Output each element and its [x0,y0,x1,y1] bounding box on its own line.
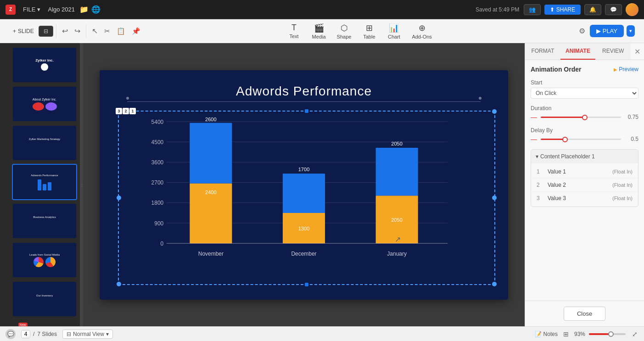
library-gallery-tabs: Library New Gallery [3,320,77,326]
placeholder-header[interactable]: ▾ Content Placeholder 1 [531,150,638,163]
animation-badges: 3 2 1 [116,108,136,114]
library-tab[interactable]: Library New [3,324,26,326]
slide-thumb-6[interactable]: Leads from Social Media [12,242,77,278]
handle-top-right[interactable] [492,109,497,114]
media-tool-button[interactable]: 🎬 Media [308,21,330,41]
handle-top-center[interactable] [305,109,308,113]
panel-tabs: FORMAT ANIMATE REVIEW [525,43,631,60]
duration-slider[interactable] [541,117,621,118]
paste-tool[interactable]: 📌 [129,25,143,37]
panel-footer: Close [525,301,644,326]
dec-top-bar [283,173,325,213]
slide-item-3: 3 Zylker Marketing Strategy [3,125,77,161]
close-button[interactable]: Close [564,307,605,321]
duration-minus[interactable]: — [531,113,537,121]
text-tool-button[interactable]: T Text [283,21,306,41]
redo-button[interactable]: ↪ [72,25,83,37]
svg-text:1800: 1800 [151,200,164,206]
svg-text:1700: 1700 [298,166,310,172]
svg-text:November: November [198,250,224,257]
view-chevron-icon: ▾ [106,331,109,337]
slide-thumb-7[interactable]: Our Inventory [12,281,77,317]
placeholder-item-1: 1 Value 1 (Float In) [531,165,638,179]
slide-thumb-1[interactable]: Zylker Inc. [12,47,77,83]
title-decoration-line [127,101,481,102]
format-tab[interactable]: FORMAT [525,43,560,60]
start-select[interactable]: On Click [531,88,638,99]
addons-tool-button[interactable]: ⊕ Add-Ons [407,21,436,41]
chart-tool-button[interactable]: 📊 Chart [382,21,405,41]
handle-mid-right[interactable] [492,196,497,200]
comments-button[interactable]: 💬 [605,4,622,15]
notifications-button[interactable]: 🔔 [584,4,601,15]
item-2-num: 2 [537,182,544,188]
view-toggle-button[interactable]: ⊟ [39,26,53,37]
table-icon: ⊞ [366,23,373,33]
handle-bottom-left[interactable] [117,282,121,286]
handle-bottom-center[interactable] [305,283,308,286]
preview-link[interactable]: ▶ Preview [614,66,638,73]
delay-slider[interactable] [541,139,621,140]
current-slide-input[interactable] [21,330,30,338]
slide-thumb-5[interactable]: Business Analytics [12,203,77,239]
handle-bottom-right[interactable] [492,282,497,286]
svg-text:0: 0 [161,240,164,246]
shape-tool-button[interactable]: ⬡ Shape [332,21,356,41]
slide-item-5: 5 Business Analytics [3,203,77,239]
file-menu[interactable]: FILE ▾ [20,5,43,14]
svg-text:2050: 2050 [391,141,403,146]
review-tab[interactable]: REVIEW [595,43,631,60]
title-actions: 📁 🌐 [79,5,101,14]
svg-text:3600: 3600 [151,159,164,166]
chart-icon: 📊 [389,23,399,33]
item-3-name: Value 3 [548,195,609,201]
play-button[interactable]: ▶ PLAY [590,25,624,37]
table-icon-bottom[interactable]: ⊞ [563,330,569,338]
svg-text:2600: 2600 [205,117,217,122]
settings-icon[interactable]: ⚙ [576,25,588,37]
share-button[interactable]: ⬆ SHARE [544,5,581,15]
placeholder-item-2: 2 Value 2 (Float In) [531,179,638,192]
toolbar-separator-2 [86,24,86,38]
slide-thumb-4[interactable]: Adwords Performance [12,164,77,200]
notes-button[interactable]: 📝 Notes [535,331,558,337]
toolbar-center: T Text 🎬 Media ⬡ Shape ⊞ Table 📊 Chart ⊕… [145,21,574,41]
delay-minus[interactable]: — [531,135,537,143]
chat-button[interactable]: 💬 [6,329,16,339]
item-1-name: Value 1 [548,168,609,175]
globe-icon[interactable]: 🌐 [91,5,101,14]
anim-badge-3: 3 [116,108,122,114]
text-icon: T [291,23,297,33]
anim-badge-2: 2 [123,108,129,114]
item-3-num: 3 [537,195,544,201]
animate-tab[interactable]: ANIMATE [560,43,596,60]
slide-thumb-2[interactable]: About Zylker Inc. [12,86,77,122]
panel-close-button[interactable]: ✕ [631,44,644,60]
svg-text:2050: 2050 [391,217,403,223]
play-dropdown[interactable]: ▾ [627,25,635,37]
user-avatar[interactable] [626,3,638,16]
duration-label: Duration [531,105,638,112]
handle-mid-left[interactable] [117,196,121,200]
copy-tool[interactable]: 📋 [114,25,128,37]
view-mode-button[interactable]: ⊟ Normal View ▾ [62,330,113,339]
undo-button[interactable]: ↩ [59,25,71,37]
add-slide-button[interactable]: + SLIDE [9,26,38,36]
fit-button[interactable]: ⤢ [631,330,638,339]
toolbar-right: ⚙ ▶ PLAY ▾ [576,25,635,37]
cursor-tool[interactable]: ↖ [89,25,101,37]
cut-tool[interactable]: ✂ [101,25,113,37]
view-icon: ⊟ [67,331,71,337]
gallery-tab[interactable]: Gallery [27,324,50,326]
folder-icon[interactable]: 📁 [79,5,89,14]
placeholder-item-3: 3 Value 3 (Float In) [531,192,638,205]
table-tool-button[interactable]: ⊞ Table [358,21,381,41]
delay-value: 0.5 [625,136,638,142]
item-2-name: Value 2 [548,182,609,188]
zoom-slider[interactable] [589,333,626,335]
collaborators-button[interactable]: 👥 [524,4,541,15]
delay-control: — 0.5 [531,135,638,143]
jan-top-bar [376,148,418,196]
slide-thumb-3[interactable]: Zylker Marketing Strategy [12,125,77,161]
svg-text:5400: 5400 [151,118,164,125]
